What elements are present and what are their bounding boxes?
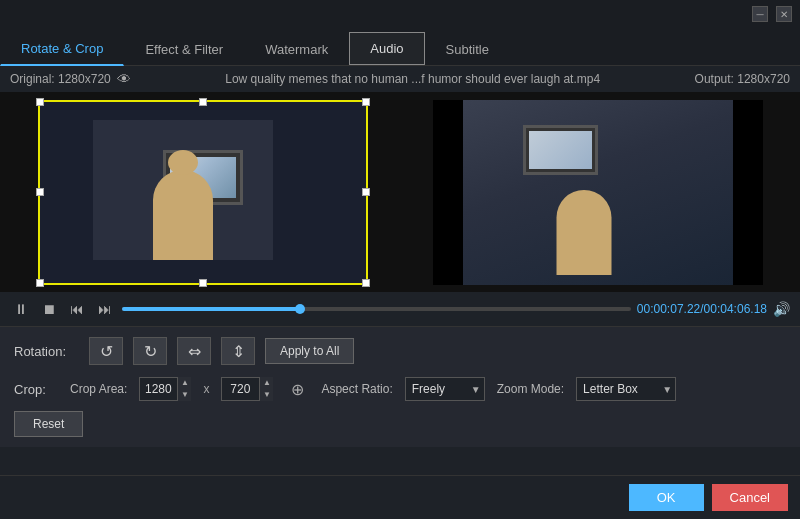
next-frame-button[interactable]: ⏭ bbox=[94, 298, 116, 320]
reset-button[interactable]: Reset bbox=[14, 411, 83, 437]
width-spinners: ▲ ▼ bbox=[177, 377, 191, 401]
crop-center-icon[interactable]: ⊕ bbox=[285, 377, 309, 401]
aspect-ratio-select-wrap: Freely 16:9 4:3 1:1 9:16 ▼ bbox=[405, 377, 485, 401]
tv-scene bbox=[38, 100, 368, 285]
height-input-wrap: ▲ ▼ bbox=[221, 377, 273, 401]
eye-icon[interactable]: 👁 bbox=[117, 71, 131, 87]
crop-label: Crop: bbox=[14, 382, 54, 397]
crop-container[interactable] bbox=[38, 100, 368, 285]
height-spinners: ▲ ▼ bbox=[259, 377, 273, 401]
cancel-button[interactable]: Cancel bbox=[712, 484, 788, 511]
crop-video bbox=[38, 100, 368, 285]
preview-content bbox=[463, 100, 733, 285]
aspect-ratio-label: Aspect Ratio: bbox=[321, 382, 392, 396]
tab-subtitle[interactable]: Subtitle bbox=[425, 33, 510, 66]
apply-all-button[interactable]: Apply to All bbox=[265, 338, 354, 364]
zoom-mode-select[interactable]: Letter Box Pan & Scan Full bbox=[576, 377, 676, 401]
zoom-mode-label: Zoom Mode: bbox=[497, 382, 564, 396]
prev-frame-button[interactable]: ⏮ bbox=[66, 298, 88, 320]
time-total: 00:04:06.18 bbox=[704, 302, 767, 316]
flip-horizontal-button[interactable]: ⇔ bbox=[177, 337, 211, 365]
video-right bbox=[405, 92, 790, 292]
height-down-button[interactable]: ▼ bbox=[260, 389, 273, 401]
width-input-wrap: ▲ ▼ bbox=[139, 377, 191, 401]
stop-button[interactable]: ⏹ bbox=[38, 298, 60, 320]
time-display: 00:00:07.22/00:04:06.18 bbox=[637, 302, 767, 316]
playback-controls: ⏸ ⏹ ⏮ ⏭ 00:00:07.22/00:04:06.18 🔊 bbox=[0, 292, 800, 326]
rotate-ccw-button[interactable]: ↺ bbox=[89, 337, 123, 365]
ok-button[interactable]: OK bbox=[629, 484, 704, 511]
tab-bar: Rotate & Crop Effect & Filter Watermark … bbox=[0, 28, 800, 66]
time-current: 00:00:07.22 bbox=[637, 302, 700, 316]
minimize-button[interactable]: ─ bbox=[752, 6, 768, 22]
bottom-row: Reset bbox=[14, 411, 786, 437]
title-bar: ─ ✕ bbox=[0, 0, 800, 28]
rotation-label: Rotation: bbox=[14, 344, 79, 359]
progress-thumb bbox=[295, 304, 305, 314]
crop-row: Crop: Crop Area: ▲ ▼ x ▲ ▼ ⊕ Aspect Rati… bbox=[14, 377, 786, 401]
video-bg bbox=[38, 100, 368, 285]
preview-tv bbox=[523, 125, 598, 175]
close-button[interactable]: ✕ bbox=[776, 6, 792, 22]
original-size-label: Original: 1280x720 bbox=[10, 72, 111, 86]
flip-vertical-button[interactable]: ⇕ bbox=[221, 337, 255, 365]
filename-label: Low quality memes that no human ...f hum… bbox=[225, 72, 600, 86]
play-button[interactable]: ⏸ bbox=[10, 298, 32, 320]
rotate-cw-button[interactable]: ↻ bbox=[133, 337, 167, 365]
video-left bbox=[10, 92, 395, 292]
size-separator: x bbox=[203, 382, 209, 396]
progress-fill bbox=[122, 307, 300, 311]
preview-tv-screen bbox=[529, 131, 592, 169]
preview-video bbox=[433, 100, 763, 285]
volume-icon[interactable]: 🔊 bbox=[773, 301, 790, 317]
zoom-mode-select-wrap: Letter Box Pan & Scan Full ▼ bbox=[576, 377, 676, 401]
width-up-button[interactable]: ▲ bbox=[178, 377, 191, 389]
tab-rotate-crop[interactable]: Rotate & Crop bbox=[0, 32, 124, 66]
figure bbox=[153, 170, 213, 260]
controls-area: Rotation: ↺ ↻ ⇔ ⇕ Apply to All Crop: Cro… bbox=[0, 326, 800, 447]
output-size-label: Output: 1280x720 bbox=[695, 72, 790, 86]
tab-watermark[interactable]: Watermark bbox=[244, 33, 349, 66]
progress-bar[interactable] bbox=[122, 307, 631, 311]
footer: OK Cancel bbox=[0, 475, 800, 519]
crop-area-label: Crop Area: bbox=[70, 382, 127, 396]
preview-figure bbox=[557, 190, 612, 275]
video-area bbox=[0, 92, 800, 292]
aspect-ratio-select[interactable]: Freely 16:9 4:3 1:1 9:16 bbox=[405, 377, 485, 401]
video-separator bbox=[395, 92, 405, 292]
figure-head bbox=[168, 150, 198, 175]
tab-audio[interactable]: Audio bbox=[349, 32, 424, 65]
rotation-row: Rotation: ↺ ↻ ⇔ ⇕ Apply to All bbox=[14, 337, 786, 365]
height-up-button[interactable]: ▲ bbox=[260, 377, 273, 389]
width-down-button[interactable]: ▼ bbox=[178, 389, 191, 401]
tab-effect-filter[interactable]: Effect & Filter bbox=[124, 33, 244, 66]
file-bar: Original: 1280x720 👁 Low quality memes t… bbox=[0, 66, 800, 92]
